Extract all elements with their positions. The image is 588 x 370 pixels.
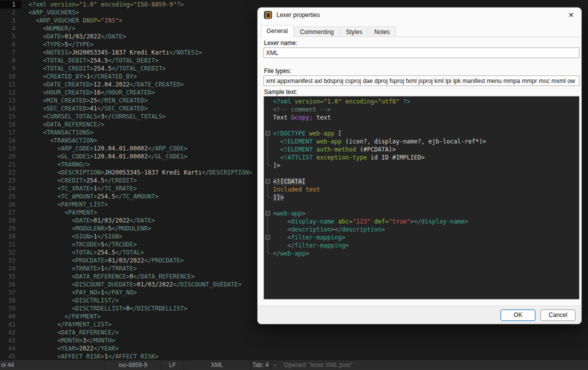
status-tab-size[interactable]: Tab: 4	[250, 360, 270, 370]
code-token: CURRSEL_TOTALS	[46, 113, 97, 120]
code-token: (	[342, 138, 348, 145]
code-token: >	[101, 169, 104, 176]
code-token: AFFECT_RISK	[115, 353, 154, 360]
sample-line[interactable]: −<!DOCTYPE web-app [	[264, 130, 579, 138]
line-number: 43	[0, 336, 22, 344]
code-token: >	[140, 249, 144, 256]
sample-line[interactable]	[264, 202, 579, 210]
code-token: 41	[90, 105, 97, 112]
sample-line[interactable]	[264, 170, 579, 178]
editor-line[interactable]: 43 <MONTH>3</MONTH>	[0, 336, 588, 344]
sample-line[interactable]: <!-- comment -->	[264, 106, 579, 114]
code-text: <CREATED_BY>1</CREATED_BY>	[22, 72, 137, 80]
code-token: >	[76, 9, 79, 16]
line-number: 20	[0, 152, 22, 160]
sample-line[interactable]: <description></description>	[264, 226, 579, 234]
sample-line[interactable]: <!ATTLIST exception-type id ID #IMPLIED>	[264, 154, 579, 162]
fold-collapse-icon[interactable]: −	[266, 131, 270, 136]
code-token: [	[334, 130, 342, 137]
code-token: 01/03/2022	[94, 217, 130, 224]
code-token: </	[288, 242, 294, 249]
sample-text-editor[interactable]: <?xml version="1.0" encoding="utf8" ?><!…	[264, 96, 580, 300]
cancel-button[interactable]: Cancel	[540, 310, 576, 321]
code-token: TYPE	[76, 41, 90, 48]
dialog-titlebar[interactable]: Lexer properties ✕	[258, 8, 582, 22]
lexer-name-input[interactable]	[264, 48, 580, 58]
sample-line[interactable]: <?xml version="1.0" encoding="utf8" ?>	[264, 98, 579, 106]
line-number: 44	[0, 344, 22, 352]
code-token: </	[90, 73, 97, 80]
code-token: </	[108, 353, 115, 360]
code-token: >	[104, 225, 108, 232]
code-token: >	[144, 105, 148, 112]
code-token: "utf8"	[378, 98, 400, 105]
fold-collapse-icon[interactable]: −	[266, 211, 270, 216]
code-token	[28, 161, 58, 168]
tab-styles[interactable]: Styles	[340, 26, 368, 36]
code-token: >	[238, 281, 242, 288]
fold-end-icon	[268, 250, 270, 254]
sample-line[interactable]: <!ELEMENT auth-method (#PCDATA)>	[264, 146, 579, 154]
code-token: description	[291, 226, 330, 233]
code-token: <	[58, 329, 61, 336]
code-token: 16	[94, 89, 100, 96]
code-text: <DATA_REFERENCE/>	[22, 120, 104, 128]
sample-line[interactable]: −<web-app>	[264, 210, 579, 218]
editor-line[interactable]: 44 <YEAR>2022</YEAR>	[0, 344, 588, 352]
tab-general[interactable]: General	[261, 25, 294, 37]
fold-collapse-icon[interactable]: −	[266, 235, 270, 240]
status-lexer[interactable]: XML	[184, 360, 250, 370]
dialog-footer: OK Cancel	[258, 306, 582, 324]
code-token: >	[198, 49, 202, 56]
code-text: <MONTH>3</MONTH>	[22, 336, 115, 344]
sample-line[interactable]: </filter-mapping>	[264, 242, 579, 250]
sample-line[interactable]: <!ELEMENT web-app (icon?, display-name?,…	[264, 138, 579, 146]
sample-line[interactable]	[264, 122, 579, 130]
sample-line[interactable]: − <filter-mapping>	[264, 234, 579, 242]
code-token: display-name	[374, 138, 418, 145]
fold-collapse-icon[interactable]: −	[266, 179, 270, 184]
code-token: YEAR	[101, 345, 116, 352]
ok-button[interactable]: OK	[500, 310, 536, 321]
line-number: 2	[0, 8, 22, 16]
code-text: <TOTAL>254.5</TOTAL>	[22, 248, 144, 256]
tab-commenting[interactable]: Commenting	[294, 26, 340, 36]
code-text: <CREDIT>254.5</CREDIT>	[22, 176, 137, 184]
fold-line	[268, 186, 268, 194]
code-token: >	[82, 177, 86, 184]
editor-line[interactable]: 42 <DATA_REFERENCE/>	[0, 328, 588, 336]
sample-line[interactable]: <display-name abc="123" def="true"></dis…	[264, 218, 579, 226]
code-token: >	[410, 218, 414, 225]
code-token: web-app	[309, 130, 334, 137]
sample-line[interactable]: </web-app>	[264, 250, 579, 258]
sample-line[interactable]: ]]>	[264, 194, 579, 202]
code-token: </	[148, 153, 154, 160]
code-token: 254.5	[97, 249, 115, 256]
line-number: 38	[0, 296, 22, 304]
code-token: NUMBER	[46, 25, 68, 32]
status-line-endings[interactable]: LF	[162, 360, 184, 370]
status-caret-position[interactable]: ol 44	[0, 360, 104, 370]
sample-line[interactable]: Text &copy; text	[264, 114, 579, 122]
code-token: >	[90, 129, 94, 136]
sample-line[interactable]: −<![CDATA[	[264, 178, 579, 186]
line-number: 11	[0, 80, 22, 88]
sample-line[interactable]: Included text	[264, 186, 579, 194]
close-icon[interactable]: ✕	[568, 11, 574, 19]
code-token: PAY_NO	[112, 289, 133, 296]
code-token: </	[104, 177, 112, 184]
line-number: 37	[0, 288, 22, 296]
sample-line[interactable]: ]>	[264, 162, 579, 170]
editor-line[interactable]: 45 <AFFECT_RISK>1</AFFECT_RISK>	[0, 352, 588, 360]
code-token: DESCRIPTION	[209, 169, 248, 176]
code-token	[28, 25, 43, 32]
status-encoding[interactable]: iso-8859-9	[105, 360, 161, 370]
code-token	[28, 177, 58, 184]
code-token: >	[144, 97, 148, 104]
code-text: <DATE_CREATED>12.04.2022</DATE_CREATED>	[22, 80, 184, 88]
file-types-input[interactable]	[264, 76, 580, 86]
code-token: >	[134, 177, 137, 184]
code-token: <	[58, 177, 61, 184]
tab-notes[interactable]: Notes	[368, 26, 395, 36]
line-number: 16	[0, 120, 22, 128]
